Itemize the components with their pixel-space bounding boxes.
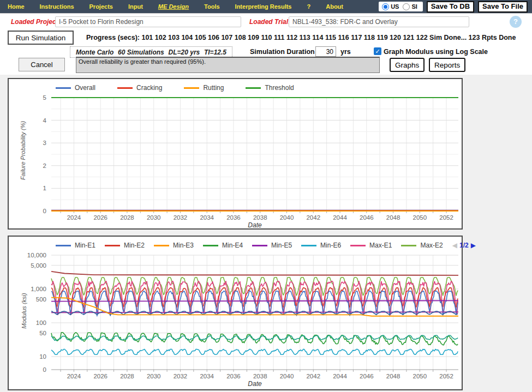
radio-dot-icon — [384, 5, 387, 9]
log-scale-checkbox[interactable]: ✓ — [374, 47, 381, 55]
si-radio-button[interactable] — [403, 3, 410, 10]
svg-text:10,000: 10,000 — [27, 252, 46, 258]
status-row: Cancel Overall reliability is greater th… — [0, 57, 532, 74]
loaded-trial-label: Loaded Trial: — [249, 18, 290, 26]
svg-text:2030: 2030 — [147, 373, 161, 379]
svg-text:100: 100 — [36, 319, 46, 326]
graphs-button[interactable]: Graphs — [390, 58, 425, 72]
modulus-chart: 10,0005,0001,000500100501002024202620282… — [9, 237, 462, 389]
svg-text:2048: 2048 — [386, 214, 401, 221]
svg-text:2046: 2046 — [360, 373, 374, 379]
svg-text:Date: Date — [248, 380, 262, 388]
svg-text:2026: 2026 — [93, 214, 107, 221]
charts-section: Overall Cracking Rutting Threshold Failu… — [0, 75, 532, 392]
loaded-trial-input[interactable] — [289, 16, 469, 27]
svg-text:2044: 2044 — [333, 373, 347, 379]
nav-me-design[interactable]: ME Design — [151, 3, 196, 10]
svg-text:3: 3 — [43, 140, 46, 146]
svg-text:2026: 2026 — [93, 373, 107, 379]
failure-probability-chart-card: Overall Cracking Rutting Threshold Failu… — [8, 78, 463, 230]
svg-text:2: 2 — [43, 162, 46, 169]
legend-next-page-icon[interactable]: ▶ — [471, 242, 476, 249]
failure-probability-chart: 0123452024202620282030203220342036203820… — [9, 79, 462, 228]
svg-text:2048: 2048 — [386, 373, 401, 379]
nav-about[interactable]: About — [318, 3, 351, 10]
nav-help[interactable]: ? — [299, 3, 318, 10]
svg-text:5,000: 5,000 — [31, 262, 46, 269]
svg-text:2036: 2036 — [226, 214, 241, 221]
svg-text:2040: 2040 — [280, 373, 294, 379]
mc-traffic-index: TI=12.5 — [204, 49, 226, 56]
svg-text:2036: 2036 — [226, 373, 241, 379]
svg-text:2028: 2028 — [120, 214, 134, 221]
simulation-duration-label: Simulation Duration — [250, 48, 315, 56]
nav-projects[interactable]: Projects — [82, 3, 121, 10]
svg-text:2042: 2042 — [306, 214, 320, 221]
si-radio-label[interactable]: SI — [411, 3, 417, 10]
mc-mode: Monte Carlo — [76, 49, 113, 56]
progress-text: Progress (secs): 101 102 103 104 105 106… — [86, 34, 516, 41]
nav-interpreting-results[interactable]: Interpreting Results — [228, 3, 300, 10]
top-nav: Home Instructions Projects Input ME Desi… — [0, 0, 532, 14]
svg-text:2050: 2050 — [413, 373, 427, 379]
svg-text:Date: Date — [248, 221, 262, 228]
monte-carlo-summary: Monte Carlo 60 Simulations DL=20 yrs TI=… — [70, 46, 232, 58]
modulus-chart-card: Min-E1 Min-E2 Min-E3 Min-E4 Min-E5 — [8, 236, 463, 390]
svg-text:2050: 2050 — [413, 214, 427, 221]
svg-text:50: 50 — [39, 330, 46, 336]
svg-text:1: 1 — [43, 185, 46, 191]
svg-text:0: 0 — [43, 208, 46, 214]
us-radio-button[interactable] — [382, 3, 389, 10]
svg-text:2034: 2034 — [200, 373, 214, 379]
svg-text:2024: 2024 — [67, 214, 81, 221]
help-icon[interactable]: ? — [510, 16, 522, 28]
svg-text:2032: 2032 — [174, 214, 188, 221]
reports-button[interactable]: Reports — [429, 58, 465, 72]
svg-text:2044: 2044 — [333, 214, 347, 221]
nav-tools[interactable]: Tools — [196, 3, 228, 10]
duration-units-label: yrs — [340, 48, 351, 56]
nav-home[interactable]: Home — [0, 3, 32, 10]
svg-text:2052: 2052 — [439, 214, 453, 221]
loaded-project-input[interactable] — [55, 16, 241, 27]
svg-text:2034: 2034 — [200, 214, 214, 221]
svg-text:2038: 2038 — [253, 214, 267, 221]
save-to-db-button[interactable]: Save To DB — [427, 1, 474, 13]
log-scale-label: Graph Modulus using Log Scale — [384, 48, 488, 56]
mc-design-life: DL=20 yrs — [169, 49, 200, 56]
simulation-duration-input[interactable] — [315, 46, 336, 57]
svg-text:500: 500 — [36, 296, 46, 303]
save-to-file-button[interactable]: Save To File — [478, 1, 528, 13]
svg-text:2028: 2028 — [120, 373, 134, 379]
run-row: Run Simulation Progress (secs): 101 102 … — [0, 31, 532, 46]
svg-text:2024: 2024 — [67, 373, 81, 379]
mc-simulations: 60 Simulations — [118, 49, 164, 56]
svg-text:2032: 2032 — [174, 373, 188, 379]
svg-text:2046: 2046 — [360, 214, 374, 221]
nav-input[interactable]: Input — [121, 3, 151, 10]
project-row: Loaded Project: Loaded Trial: ? — [0, 15, 532, 29]
loaded-project-label: Loaded Project: — [11, 18, 61, 26]
app-window: Home Instructions Projects Input ME Desi… — [0, 0, 532, 392]
svg-text:5: 5 — [43, 94, 46, 101]
svg-text:2038: 2038 — [253, 373, 267, 379]
svg-text:2042: 2042 — [306, 373, 320, 379]
cancel-button[interactable]: Cancel — [19, 58, 65, 71]
svg-text:1,000: 1,000 — [31, 286, 46, 292]
us-radio-label[interactable]: US — [391, 3, 399, 10]
units-toggle: US SI — [379, 2, 423, 11]
status-message-box[interactable]: Overall reliability is greater than requ… — [76, 57, 380, 73]
svg-text:4: 4 — [43, 117, 47, 124]
svg-text:2052: 2052 — [439, 373, 453, 379]
nav-instructions[interactable]: Instructions — [32, 3, 82, 10]
svg-text:0: 0 — [43, 366, 46, 373]
svg-text:10: 10 — [39, 353, 46, 360]
svg-text:2030: 2030 — [147, 214, 161, 221]
nav-right-controls: US SI Save To DB Save To File — [379, 1, 532, 13]
run-simulation-button[interactable]: Run Simulation — [8, 31, 74, 45]
svg-text:2040: 2040 — [280, 214, 294, 221]
